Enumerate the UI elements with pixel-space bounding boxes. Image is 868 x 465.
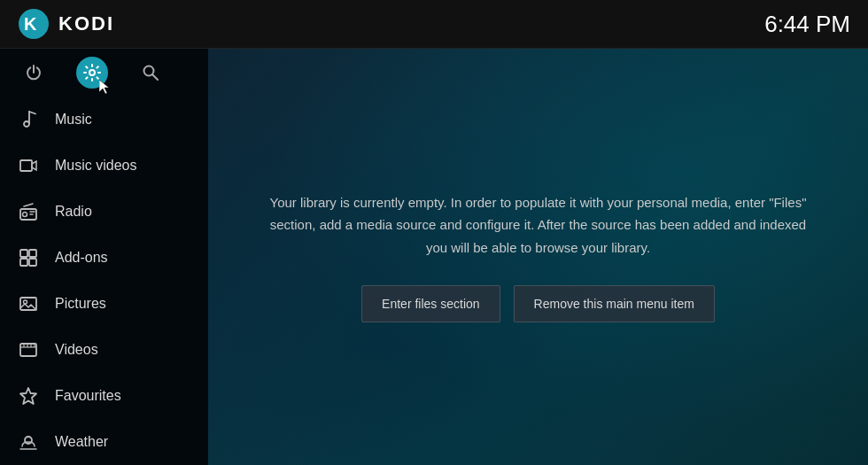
sidebar: Music Music videos [0,49,208,465]
main-layout: Music Music videos [0,49,868,465]
app-header: K KODI 6:44 PM [0,0,868,49]
sidebar-item-videos[interactable]: Videos [0,327,208,373]
sidebar-item-weather-label: Weather [55,434,108,450]
svg-rect-15 [29,259,36,266]
search-button[interactable] [135,57,167,89]
header-logo-area: K KODI [18,8,114,40]
settings-button[interactable] [76,57,108,89]
action-buttons-row: Enter files section Remove this main men… [264,285,813,322]
pictures-icon [18,293,39,314]
svg-rect-13 [29,250,36,257]
sidebar-toolbar [0,49,208,97]
sidebar-item-favourites-label: Favourites [55,388,121,404]
sidebar-item-radio[interactable]: Radio [0,189,208,235]
sidebar-item-radio-label: Radio [55,204,92,220]
sidebar-item-add-ons[interactable]: Add-ons [0,235,208,281]
weather-icon [18,431,39,453]
svg-point-17 [24,300,27,304]
sidebar-item-music[interactable]: Music [0,97,208,143]
svg-rect-18 [20,344,36,356]
sidebar-item-videos-label: Videos [55,342,98,358]
favourites-icon [18,385,39,407]
empty-library-container: Your library is currently empty. In orde… [237,191,840,323]
music-videos-icon [18,155,39,176]
add-ons-icon [18,247,39,268]
svg-rect-7 [20,160,32,171]
clock-display: 6:44 PM [764,11,850,38]
sidebar-item-music-label: Music [55,112,92,128]
sidebar-item-music-videos[interactable]: Music videos [0,143,208,189]
radio-icon [18,201,39,222]
sidebar-item-favourites[interactable]: Favourites [0,373,208,419]
svg-line-5 [153,75,159,81]
svg-rect-12 [20,250,27,257]
svg-marker-24 [20,388,36,404]
app-title: KODI [58,12,114,35]
svg-point-2 [89,70,95,75]
remove-menu-item-button[interactable]: Remove this main menu item [514,285,715,322]
music-icon [18,109,39,130]
videos-icon [18,339,39,360]
main-content: Your library is currently empty. In orde… [208,49,868,465]
power-button[interactable] [18,57,50,89]
sidebar-item-pictures-label: Pictures [55,296,106,312]
sidebar-item-pictures[interactable]: Pictures [0,281,208,327]
svg-point-9 [23,213,27,217]
sidebar-item-music-videos-label: Music videos [55,158,136,174]
enter-files-section-button[interactable]: Enter files section [361,285,500,322]
sidebar-item-weather[interactable]: Weather [0,419,208,465]
svg-text:K: K [24,14,37,34]
kodi-logo-icon: K [18,8,50,40]
svg-point-6 [24,121,29,127]
svg-rect-14 [20,259,27,266]
sidebar-nav: Music Music videos [0,97,208,465]
empty-library-message: Your library is currently empty. In orde… [264,191,813,260]
sidebar-item-add-ons-label: Add-ons [55,250,108,266]
